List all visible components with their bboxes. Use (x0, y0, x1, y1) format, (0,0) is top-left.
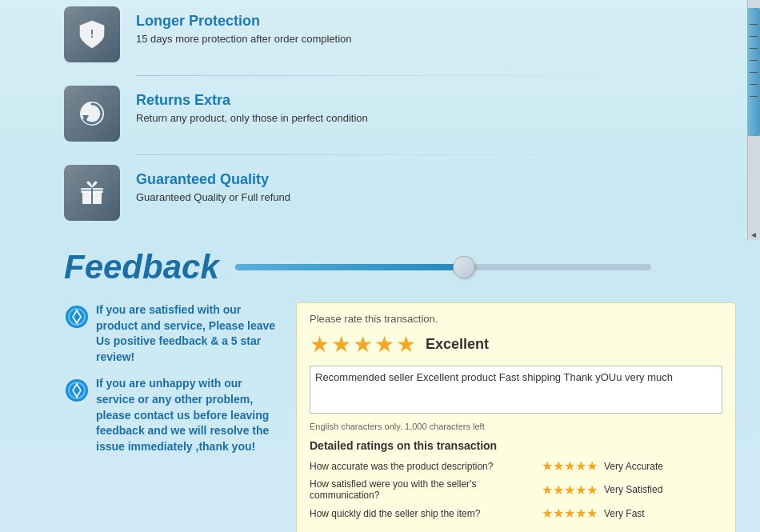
feature-returns-extra-desc: Return any product, only those in perfec… (136, 112, 368, 124)
feature-guaranteed-quality-text: Guaranteed Quality Guaranteed Quality or… (136, 165, 290, 203)
feature-guaranteed-quality: Guaranteed Quality Guaranteed Quality or… (64, 165, 736, 221)
char-count: English characters only. 1,000 character… (310, 422, 722, 431)
feedback-slider[interactable] (235, 264, 651, 270)
detail-row-2: How satisfied were you with the seller's… (310, 478, 722, 501)
positive-feedback-text: If you are satisfied with our product an… (96, 302, 280, 365)
feature-returns-extra: Returns Extra Return any product, only t… (64, 86, 736, 142)
feature-guaranteed-quality-title: Guaranteed Quality (136, 171, 290, 188)
detail-question-2: How satisfied were you with the seller's… (310, 478, 542, 501)
slider-thumb[interactable] (453, 256, 475, 278)
feature-returns-extra-text: Returns Extra Return any product, only t… (136, 86, 368, 124)
feature-longer-protection-desc: 15 days more protection after order comp… (136, 33, 352, 45)
star-1[interactable]: ★ (310, 331, 330, 358)
rating-panel: Please rate this transaction. ★ ★ ★ ★ ★ … (296, 302, 736, 532)
detail-stars-1: ★ ★ ★ ★ ★ (542, 458, 598, 474)
negative-feedback-text: If you are unhappy with our service or a… (96, 376, 280, 454)
star-3[interactable]: ★ (353, 331, 373, 358)
main-container: ◄ ! Longer Protection 15 days more prote… (0, 0, 760, 532)
detail-answer-3: Very Fast (604, 508, 645, 519)
detail-question-3: How quickly did the seller ship the item… (310, 508, 542, 519)
positive-feedback-item: If you are satisfied with our product an… (64, 302, 280, 365)
star-4[interactable]: ★ (374, 331, 394, 358)
rating-label: Excellent (426, 336, 489, 353)
detailed-ratings-title: Detailed ratings on this transaction (310, 439, 722, 452)
rate-prompt: Please rate this transaction. (310, 313, 722, 325)
review-textarea[interactable]: Recommended seller Excellent product Fas… (310, 366, 722, 414)
detail-row-3: How quickly did the seller ship the item… (310, 506, 722, 521)
feedback-content: If you are satisfied with our product an… (64, 302, 736, 532)
feedback-left: If you are satisfied with our product an… (64, 302, 280, 532)
feature-longer-protection: ! Longer Protection 15 days more protect… (64, 6, 736, 62)
feedback-section: Feedback If you are satisfied with our p… (0, 240, 760, 532)
star-2[interactable]: ★ (331, 331, 351, 358)
negative-feedback-item: If you are unhappy with our service or a… (64, 376, 280, 454)
svg-text:!: ! (90, 27, 94, 40)
detail-row-1: How accurate was the product description… (310, 458, 722, 474)
separator-1 (136, 75, 616, 76)
feature-longer-protection-text: Longer Protection 15 days more protectio… (136, 6, 352, 45)
separator-2 (136, 154, 616, 155)
detail-stars-3: ★ ★ ★ ★ ★ (542, 506, 598, 521)
detail-stars-2: ★ ★ ★ ★ ★ (542, 482, 598, 498)
refresh-icon (64, 86, 120, 142)
star-5[interactable]: ★ (396, 331, 416, 358)
feedback-title: Feedback (64, 248, 219, 286)
stars-row: ★ ★ ★ ★ ★ Excellent (310, 331, 722, 358)
feature-longer-protection-title: Longer Protection (136, 13, 352, 30)
feature-guaranteed-quality-desc: Guaranteed Quality or Full refund (136, 191, 290, 203)
detail-answer-1: Very Accurate (604, 461, 663, 472)
gift-icon (64, 165, 120, 221)
detail-answer-2: Very Satisfied (604, 484, 662, 495)
feature-returns-extra-title: Returns Extra (136, 92, 368, 109)
diamond-positive-icon (64, 304, 90, 330)
diamond-negative-icon (64, 378, 90, 403)
slider-fill (235, 264, 464, 270)
detail-question-1: How accurate was the product description… (310, 461, 542, 472)
shield-icon: ! (64, 6, 120, 62)
feedback-header: Feedback (64, 248, 736, 286)
features-section: ! Longer Protection 15 days more protect… (0, 0, 760, 240)
